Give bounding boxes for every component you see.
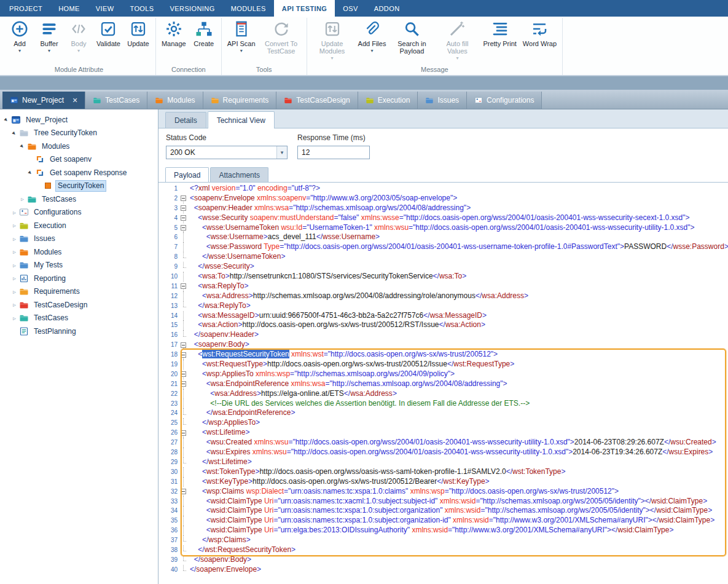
tree-item-modules[interactable]: ▹Modules	[0, 245, 158, 259]
fold-toggle-icon[interactable]	[179, 194, 188, 203]
ribbon-button-add[interactable]: Add▾	[5, 18, 34, 53]
code-line[interactable]: 11 <wsa:ReplyTo>	[159, 282, 728, 291]
fold-toggle-icon[interactable]	[179, 428, 188, 438]
tree-item-modules[interactable]: ▸Modules	[0, 140, 158, 153]
project-tab-execution[interactable]: Execution	[358, 92, 418, 109]
expander-icon[interactable]: ▹	[10, 248, 18, 255]
tree-item-issues[interactable]: ▹Issues	[0, 232, 158, 246]
code-line[interactable]: 19 <wst:RequestType>http://docs.oasis-op…	[159, 360, 728, 369]
code-line[interactable]: 3 <soapenv:Header xmlns:wsa="http://sche…	[159, 203, 728, 213]
tab-technical-view[interactable]: Technical View	[208, 111, 275, 128]
ribbon-tab-home[interactable]: HOME	[50, 0, 88, 17]
code-line[interactable]: 24 </wsa:EndpointReference>	[159, 408, 728, 418]
tree-item-tree-securitytoken[interactable]: ▸Tree SecurityToken	[0, 127, 158, 140]
code-line[interactable]: 15 <wsa:Action>http://docs.oasis-open.or…	[159, 320, 728, 330]
project-tab-modules[interactable]: Modules	[147, 92, 203, 109]
code-line[interactable]: 32 <wsp:Claims wsp:Dialect="urn:oasis:na…	[159, 487, 728, 497]
ribbon-tab-versioning[interactable]: VERSIONING	[162, 0, 223, 17]
ribbon-button-add-files[interactable]: Add Files▾	[355, 18, 389, 53]
ribbon-tab-modules[interactable]: MODULES	[223, 0, 274, 17]
ribbon-tab-view[interactable]: VIEW	[88, 0, 122, 17]
expander-icon[interactable]: ▹	[10, 288, 18, 295]
tree-item-get-soapenv[interactable]: Get soapenv	[0, 153, 158, 167]
tree-item-my-tests[interactable]: ▹My Tests	[0, 259, 158, 272]
code-line[interactable]: 20 <wsp:AppliesTo xmlns:wsp="http://sche…	[159, 369, 728, 379]
expander-icon[interactable]: ▹	[10, 301, 18, 308]
project-tab-configurations[interactable]: Configurations	[467, 92, 542, 109]
ribbon-button-api-scan[interactable]: API Scan▾	[224, 18, 259, 53]
ribbon-button-manage[interactable]: Manage	[159, 18, 189, 47]
ribbon-button-search-in-payload[interactable]: Search in Payload	[389, 18, 434, 55]
tree-item-configurations[interactable]: ▹Configurations	[0, 206, 158, 219]
code-line[interactable]: 35 <wsid:ClaimType Uri="urn:oasis:names:…	[159, 516, 728, 526]
fold-toggle-icon[interactable]	[179, 369, 188, 379]
code-line[interactable]: 31 <wst:KeyType>http://docs.oasis-open.o…	[159, 477, 728, 487]
expander-icon[interactable]: ▸	[17, 141, 28, 151]
expander-icon[interactable]: ▸	[1, 114, 12, 125]
project-tab-issues[interactable]: Issues	[418, 92, 467, 109]
ribbon-tab-project[interactable]: PROJECT	[1, 0, 50, 17]
fold-toggle-icon[interactable]	[179, 203, 188, 213]
fold-toggle-icon[interactable]	[179, 487, 188, 497]
code-line[interactable]: 16 </soapenv:Header>	[159, 330, 728, 340]
tree-item-reporting[interactable]: ▹Reporting	[0, 272, 158, 285]
code-line[interactable]: 27 <wsu:Created xmlns:wsu="http://docs.o…	[159, 438, 728, 448]
tree-item-testcasedesign[interactable]: ▹TestCaseDesign	[0, 298, 158, 312]
tree-item-securitytoken[interactable]: SecurityToken	[0, 180, 158, 193]
code-line[interactable]: 18 <wst:RequestSecurityToken xmlns:wst="…	[159, 350, 728, 360]
code-line[interactable]: 10 <wsa:To>http://sensetrunkcn1:1080/STS…	[159, 272, 728, 282]
code-line[interactable]: 38 </wst:RequestSecurityToken>	[159, 545, 728, 555]
payload-editor[interactable]: 1<?xml version="1.0" encoding="utf-8"?>2…	[159, 182, 728, 584]
ribbon-button-create[interactable]: Create	[189, 18, 219, 47]
code-line[interactable]: 8 </wsse:UsernameToken>	[159, 252, 728, 262]
code-line[interactable]: 9 </wsse:Security>	[159, 262, 728, 272]
code-line[interactable]: 12 <wsa:Address>http://schemas.xmlsoap.o…	[159, 291, 728, 301]
code-line[interactable]: 21 <wsa:EndpointReference xmlns:wsa="htt…	[159, 379, 728, 389]
expander-icon[interactable]: ▹	[10, 222, 18, 229]
fold-toggle-icon[interactable]	[179, 282, 188, 291]
code-line[interactable]: 4 <wsse:Security soapenv:mustUnderstand=…	[159, 213, 728, 223]
tree-item-requirements[interactable]: ▹Requirements	[0, 285, 158, 299]
code-line[interactable]: 23 <!--Die URL des Services welches die …	[159, 399, 728, 409]
ribbon-tab-tools[interactable]: TOOLS	[122, 0, 162, 17]
tab-payload[interactable]: Payload	[165, 167, 209, 183]
code-line[interactable]: 39 </soapenv:Body>	[159, 555, 728, 565]
expander-icon[interactable]: ▹	[10, 262, 18, 269]
project-tab-testcases[interactable]: TestCases	[85, 92, 147, 109]
code-line[interactable]: 33 <wsid:ClaimType Uri="urn:oasis:names:…	[159, 497, 728, 507]
ribbon-button-pretty-print[interactable]: Pretty Print	[480, 18, 519, 47]
tree-item-execution[interactable]: ▹Execution	[0, 219, 158, 232]
fold-toggle-icon[interactable]	[179, 223, 188, 233]
status-code-select[interactable]: 200 OK	[166, 146, 288, 159]
close-icon[interactable]: ×	[72, 97, 77, 104]
ribbon-button-word-wrap[interactable]: Word Wrap	[520, 18, 560, 47]
tree-item-get-soapenv-response[interactable]: ▸Get soapenv Response	[0, 166, 158, 180]
code-line[interactable]: 28 <wsu:Expires xmlns:wsu="http://docs.o…	[159, 448, 728, 457]
project-tab-testcasedesign[interactable]: TestCaseDesign	[276, 92, 358, 109]
code-line[interactable]: 25 </wsp:AppliesTo>	[159, 418, 728, 428]
code-line[interactable]: 7 <wsse:Password Type="http://docs.oasis…	[159, 242, 728, 252]
tree-item-new-project[interactable]: ▸New_Project	[0, 113, 158, 127]
fold-toggle-icon[interactable]	[179, 379, 188, 389]
code-line[interactable]: 5 <wsse:UsernameToken wsu:Id="UsernameTo…	[159, 223, 728, 233]
code-line[interactable]: 1<?xml version="1.0" encoding="utf-8"?>	[159, 184, 728, 194]
response-time-input[interactable]	[297, 146, 370, 159]
code-line[interactable]: 26 <wst:Lifetime>	[159, 428, 728, 438]
code-line[interactable]: 37 </wsp:Claims>	[159, 535, 728, 545]
code-line[interactable]: 22 <wsa:Address>https://elga-online.at/E…	[159, 389, 728, 399]
code-line[interactable]: 40</soapenv:Envelope>	[159, 565, 728, 575]
ribbon-tab-api-testing[interactable]: API TESTING	[274, 0, 335, 17]
expander-icon[interactable]: ▹	[10, 235, 18, 242]
code-line[interactable]: 14 <wsa:MessageID>urn:uuid:9667500f-4751…	[159, 311, 728, 321]
expander-icon[interactable]: ▸	[9, 128, 20, 138]
ribbon-tab-addon[interactable]: ADDON	[366, 0, 408, 17]
ribbon-button-update[interactable]: Update	[123, 18, 153, 47]
code-line[interactable]: 30 <wst:TokenType>http://docs.oasis-open…	[159, 467, 728, 477]
fold-toggle-icon[interactable]	[179, 213, 188, 223]
code-line[interactable]: 2<soapenv:Envelope xmlns:soapenv="http:/…	[159, 194, 728, 203]
ribbon-button-buffer[interactable]: Buffer▾	[34, 18, 64, 53]
code-line[interactable]: 29 </wst:Lifetime>	[159, 457, 728, 467]
project-tab-new-project[interactable]: New_Project×	[2, 92, 85, 109]
code-line[interactable]: 34 <wsid:ClaimType Uri="urn:oasis:names:…	[159, 506, 728, 516]
code-line[interactable]: 6 <wsse:Username>acs_devel_111</wsse:Use…	[159, 232, 728, 242]
